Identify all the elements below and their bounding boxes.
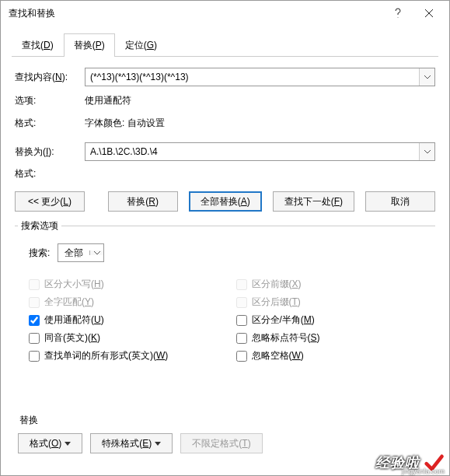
match-prefix-checkbox: 区分前缀(X) [236, 278, 433, 291]
tab-replace[interactable]: 替换(P) [64, 33, 115, 57]
replace-with-input-wrap [85, 142, 435, 161]
dropdown-arrow-icon [155, 442, 161, 446]
search-options-group: 搜索选项 搜索: 全部 区分大小写(H) [15, 219, 435, 457]
find-what-row: 查找内容(N): [15, 68, 435, 86]
chevron-down-icon [424, 75, 431, 79]
format-menu-button[interactable]: 格式(O) [18, 433, 82, 453]
search-options-legend: 搜索选项 [18, 219, 61, 233]
find-replace-dialog: 查找和替换 查找(D) 替换(P) 定位(G) 查找内容(N): [0, 0, 450, 476]
find-what-input-wrap [85, 68, 435, 86]
match-case-checkbox: 区分大小写(H) [29, 278, 225, 291]
dialog-body: 查找内容(N): 选项: 使用通配符 格式: 字体颜色: 自动设置 替换为(I)… [1, 57, 449, 472]
less-button[interactable]: << 更少(L) [15, 191, 85, 212]
replace-all-button[interactable]: 全部替换(A) [189, 191, 262, 212]
replace-with-row: 替换为(I): [15, 142, 435, 161]
chevron-down-icon [424, 149, 431, 154]
search-direction-row: 搜索: 全部 [29, 243, 432, 262]
find-what-dropdown-button[interactable] [419, 68, 434, 86]
format-button-row: 格式(O) 特殊格式(E) 不限定格式(T) [18, 433, 432, 453]
find-what-input[interactable] [85, 68, 419, 86]
no-formatting-button: 不限定格式(T) [180, 433, 262, 453]
checkbox-columns: 区分大小写(H) 全字匹配(Y) 使用通配符(U) 同音(英文)(K) [18, 273, 432, 367]
find-next-button[interactable]: 查找下一处(F) [273, 191, 354, 212]
checkbox-left-column: 区分大小写(H) 全字匹配(Y) 使用通配符(U) 同音(英文)(K) [18, 273, 225, 367]
help-button[interactable] [382, 2, 413, 24]
checkbox-right-column: 区分前缀(X) 区分后缀(T) 区分全/半角(M) 忽略标点符号(S) [225, 273, 433, 367]
replace-format-row: 格式: [15, 167, 435, 180]
ignore-space-checkbox[interactable]: 忽略空格(W) [236, 349, 433, 362]
tab-goto[interactable]: 定位(G) [115, 33, 167, 57]
find-format-value: 字体颜色: 自动设置 [85, 115, 165, 131]
whole-word-checkbox: 全字匹配(Y) [29, 296, 225, 309]
replace-button[interactable]: 替换(R) [108, 191, 178, 212]
tab-find[interactable]: 查找(D) [12, 33, 64, 57]
search-direction-value: 全部 [58, 247, 89, 260]
replace-with-label: 替换为(I): [15, 145, 85, 159]
use-wildcards-checkbox[interactable]: 使用通配符(U) [29, 313, 225, 327]
tab-bar: 查找(D) 替换(P) 定位(G) [1, 26, 449, 57]
dropdown-arrow-icon [65, 442, 71, 446]
search-direction-label: 搜索: [29, 247, 50, 260]
close-icon [424, 9, 434, 18]
sounds-like-checkbox[interactable]: 同音(英文)(K) [29, 331, 225, 345]
find-what-label: 查找内容(N): [15, 71, 85, 84]
titlebar: 查找和替换 [1, 1, 449, 26]
special-menu-button[interactable]: 特殊格式(E) [90, 433, 173, 453]
options-value: 使用通配符 [85, 93, 131, 109]
find-format-row: 格式: 字体颜色: 自动设置 [15, 115, 435, 131]
dialog-title: 查找和替换 [9, 7, 382, 20]
main-button-row: << 更少(L) 替换(R) 全部替换(A) 查找下一处(F) 取消 [15, 191, 435, 212]
find-format-label: 格式: [15, 117, 85, 130]
ignore-punct-checkbox[interactable]: 忽略标点符号(S) [236, 331, 433, 345]
replace-with-input[interactable] [85, 143, 419, 160]
options-label: 选项: [15, 94, 85, 107]
cancel-button[interactable]: 取消 [365, 191, 435, 212]
close-button[interactable] [413, 2, 445, 24]
search-direction-select[interactable]: 全部 [58, 243, 104, 262]
full-half-width-checkbox[interactable]: 区分全/半角(M) [236, 313, 433, 327]
search-direction-dropdown-button[interactable] [89, 250, 103, 255]
chevron-down-icon [93, 250, 101, 255]
replace-format-label: 格式: [15, 167, 85, 180]
replace-with-dropdown-button[interactable] [419, 143, 434, 160]
options-row: 选项: 使用通配符 [15, 93, 435, 109]
all-word-forms-checkbox[interactable]: 查找单词的所有形式(英文)(W) [29, 349, 225, 362]
replace-section-label: 替换 [19, 414, 432, 427]
match-suffix-checkbox: 区分后缀(T) [236, 296, 433, 309]
